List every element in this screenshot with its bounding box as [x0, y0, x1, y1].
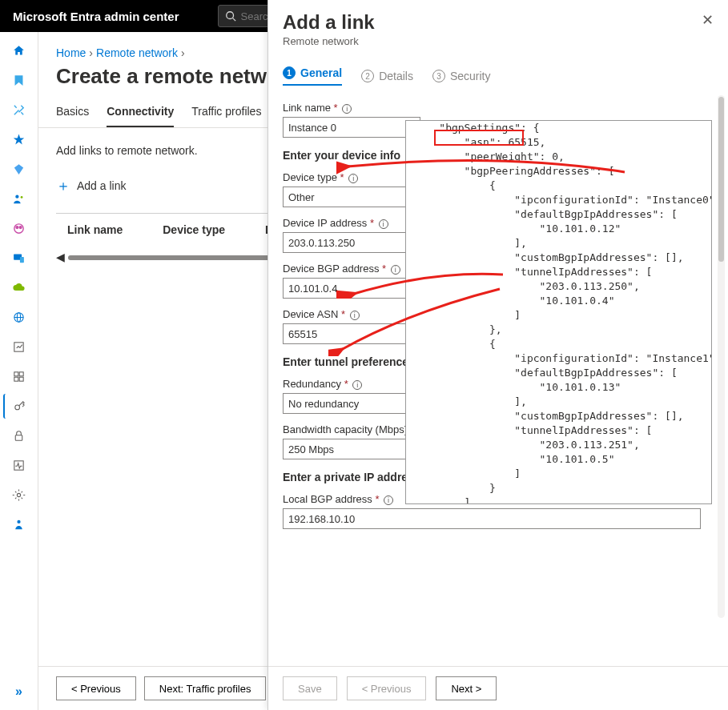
tab-basics[interactable]: Basics [56, 105, 89, 127]
nav-grid[interactable] [3, 364, 35, 389]
json-overlay: "bgpSettings": { "asn": 65515, "peerWeig… [405, 120, 712, 504]
svg-rect-17 [19, 377, 23, 381]
gear-icon [12, 488, 26, 502]
info-icon[interactable]: i [379, 219, 388, 229]
tab-connectivity[interactable]: Connectivity [107, 105, 174, 127]
tab-traffic[interactable]: Traffic profiles [191, 105, 261, 127]
nav-groups[interactable] [3, 216, 35, 241]
search-icon [225, 10, 236, 22]
nav-settings[interactable] [3, 483, 35, 507]
panel-tab-security[interactable]: 3Security [432, 66, 491, 86]
info-icon[interactable]: i [342, 104, 352, 114]
svg-point-3 [15, 195, 18, 199]
nav-health[interactable] [3, 453, 35, 478]
person-learn-icon [12, 518, 26, 531]
device-bgp-label: Device BGP address [283, 263, 379, 275]
json-content: "bgpSettings": { "asn": 65515, "peerWeig… [414, 121, 703, 504]
add-link-label: Add a link [77, 179, 126, 192]
nav-diamond[interactable] [3, 157, 35, 182]
svg-point-18 [15, 405, 20, 410]
bandwidth-label: Bandwidth capacity (Mbps) [283, 423, 408, 435]
col-device-type: Device type [163, 223, 225, 236]
local-bgp-input[interactable]: 192.168.10.10 [283, 508, 701, 529]
svg-rect-9 [20, 257, 24, 263]
device-asn-label: Device ASN [283, 308, 338, 320]
close-button[interactable]: ✕ [702, 11, 714, 29]
step-2-icon: 2 [361, 70, 374, 82]
chevron-icon: › [89, 46, 93, 59]
prev-button[interactable]: < Previous [56, 676, 136, 700]
nav-favorites[interactable] [3, 68, 35, 93]
home-icon [12, 44, 26, 58]
link-name-input[interactable]: Instance 0 [283, 117, 420, 138]
device-bgp-input[interactable]: 10.101.0.4 [283, 278, 420, 299]
star-icon [12, 133, 26, 146]
panel-tab-details[interactable]: 2Details [361, 66, 413, 86]
panel-scrollbar[interactable] [718, 95, 725, 618]
device-asn-input[interactable]: 65515 [283, 323, 420, 344]
breadcrumb-home[interactable]: Home [56, 46, 86, 59]
panel-footer: Save < Previous Next > [268, 666, 728, 710]
product-title: Microsoft Entra admin center [13, 10, 179, 23]
panel-title: Add a link [283, 11, 702, 34]
nav-globe[interactable] [3, 305, 35, 330]
step-3-icon: 3 [432, 70, 445, 82]
nav-learn[interactable] [3, 512, 35, 537]
nav-expand[interactable]: » [3, 679, 35, 704]
wrench-icon [12, 103, 26, 117]
nav-users[interactable] [3, 187, 35, 211]
flag-icon [12, 74, 26, 87]
cloud-icon [12, 281, 26, 295]
svg-rect-14 [14, 372, 18, 376]
highlight-asn [434, 130, 524, 146]
chart-icon [12, 340, 26, 354]
diamond-icon [12, 162, 26, 176]
nav-cloud[interactable] [3, 275, 35, 300]
nav-star[interactable] [3, 127, 35, 152]
panel-prev-button[interactable]: < Previous [347, 676, 427, 700]
info-icon[interactable]: i [384, 495, 393, 505]
redundancy-select[interactable]: No redundancy [283, 393, 420, 414]
panel-next-button[interactable]: Next > [436, 676, 497, 700]
svg-point-0 [226, 12, 233, 19]
device-ip-input[interactable]: 203.0.113.250 [283, 232, 420, 253]
nav-chart[interactable] [3, 335, 35, 359]
local-bgp-label: Local BGP address [283, 493, 372, 505]
panel-subtitle: Remote network [283, 35, 702, 47]
chevron-right-icon: » [15, 684, 22, 699]
nav-home[interactable] [3, 38, 35, 63]
device-type-select[interactable]: Other [283, 187, 420, 207]
nav-devices[interactable] [3, 246, 35, 271]
step-1-icon: 1 [283, 66, 296, 79]
add-link-button[interactable]: ＋ Add a link [56, 176, 126, 195]
breadcrumb-remote[interactable]: Remote network [96, 46, 178, 59]
panel-tab-general[interactable]: 1General [283, 66, 342, 86]
svg-point-6 [16, 227, 18, 229]
link-name-label: Link name [283, 102, 331, 114]
svg-point-21 [17, 493, 20, 496]
svg-point-7 [19, 227, 22, 229]
svg-line-1 [232, 18, 235, 22]
info-icon[interactable]: i [352, 380, 362, 390]
lock-icon [12, 429, 26, 443]
grid-icon [12, 370, 26, 383]
users-icon [12, 192, 26, 206]
info-icon[interactable]: i [391, 265, 400, 275]
save-button[interactable]: Save [283, 676, 337, 700]
info-icon[interactable]: i [350, 311, 360, 320]
group-icon [12, 222, 26, 235]
pulse-icon [12, 459, 26, 472]
info-icon[interactable]: i [348, 174, 358, 183]
svg-rect-16 [14, 377, 18, 381]
svg-point-5 [14, 224, 23, 233]
left-nav: » [0, 32, 38, 710]
devices-icon [12, 251, 26, 265]
redundancy-label: Redundancy [283, 378, 341, 390]
nav-lock[interactable] [3, 423, 35, 448]
key-icon [13, 399, 26, 413]
next-button[interactable]: Next: Traffic profiles [144, 676, 267, 700]
nav-key[interactable] [3, 394, 35, 419]
globe-icon [12, 311, 26, 324]
svg-point-22 [17, 520, 20, 523]
nav-tools[interactable] [3, 98, 35, 122]
